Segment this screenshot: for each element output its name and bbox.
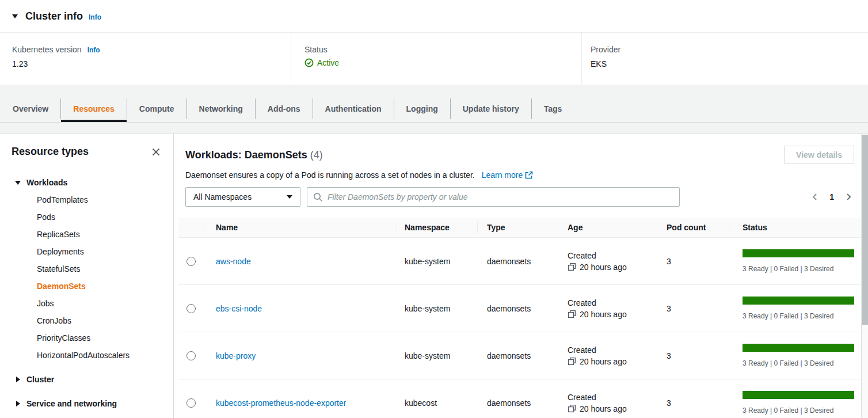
daemonsets-main: Workloads: DaemonSets(4) View details Da… <box>174 134 868 418</box>
copy-icon <box>568 357 576 366</box>
tab-logging[interactable]: Logging <box>394 96 450 122</box>
tab-overview[interactable]: Overview <box>1 96 60 122</box>
cell-status: 3 Ready | 0 Failed | 3 Desired <box>729 238 861 284</box>
cluster-info-header: Cluster info Info <box>0 0 868 33</box>
row-select-cell <box>178 332 204 379</box>
chevron-down-icon <box>287 195 292 199</box>
cell-status: 3 Ready | 0 Failed | 3 Desired <box>729 285 861 332</box>
age-created-label: Created <box>568 393 596 402</box>
filter-daemonsets-input[interactable] <box>307 187 680 207</box>
tab-bar: OverviewResourcesComputeNetworkingAdd-on… <box>0 96 868 122</box>
sidebar-item-cronjobs[interactable]: CronJobs <box>12 312 162 329</box>
status-progress-bar <box>743 249 854 257</box>
tab-update-history[interactable]: Update history <box>451 96 531 122</box>
row-select-radio[interactable] <box>186 257 196 266</box>
close-icon <box>151 147 161 157</box>
status-summary-text: 3 Ready | 0 Failed | 3 Desired <box>743 359 854 367</box>
daemonset-name-link[interactable]: aws-node <box>216 257 251 266</box>
cell-namespace: kube-system <box>395 285 477 332</box>
sidebar-item-replicasets[interactable]: ReplicaSets <box>12 226 162 243</box>
daemonset-name-link[interactable]: kubecost-prometheus-node-exporter <box>216 398 346 408</box>
scrollbar-thumb[interactable] <box>862 135 868 325</box>
search-icon <box>313 192 323 202</box>
sidebar-section-cluster[interactable]: Cluster <box>12 371 162 388</box>
column-header-pod-count[interactable]: Pod count <box>657 218 729 237</box>
sidebar-item-daemonsets[interactable]: DaemonSets <box>12 278 162 295</box>
tab-authentication[interactable]: Authentication <box>313 96 394 122</box>
daemonset-name-link[interactable]: kube-proxy <box>216 351 256 360</box>
column-header-age[interactable]: Age <box>558 218 657 237</box>
learn-more-link[interactable]: Learn more <box>482 170 534 180</box>
column-header-status[interactable]: Status <box>729 218 861 237</box>
sidebar-item-jobs[interactable]: Jobs <box>12 295 162 312</box>
resource-types-tree: WorkloadsPodTemplatesPodsReplicaSetsDepl… <box>12 174 162 412</box>
learn-more-label: Learn more <box>482 170 523 180</box>
sidebar-item-horizontalpodautoscalers[interactable]: HorizontalPodAutoscalers <box>12 347 162 364</box>
view-details-button[interactable]: View details <box>784 146 854 164</box>
column-header-name[interactable]: Name <box>204 218 395 237</box>
next-page-button[interactable] <box>843 191 854 203</box>
cell-status: 3 Ready | 0 Failed | 3 Desired <box>729 379 861 418</box>
field-label-text: Provider <box>591 45 620 54</box>
status-summary-text: 3 Ready | 0 Failed | 3 Desired <box>743 312 854 320</box>
collapse-section-icon[interactable] <box>12 14 18 18</box>
row-select-radio[interactable] <box>186 304 196 313</box>
status-progress-bar <box>743 344 854 352</box>
field-label: Kubernetes versionInfo <box>12 45 291 54</box>
column-header-type[interactable]: Type <box>477 218 558 237</box>
sidebar-item-pods[interactable]: Pods <box>12 208 162 226</box>
sidebar-section-service-and-networking[interactable]: Service and networking <box>12 395 162 412</box>
sidebar-item-deployments[interactable]: Deployments <box>12 243 162 260</box>
sidebar-item-podtemplates[interactable]: PodTemplates <box>12 191 162 208</box>
column-header-selection <box>178 218 204 237</box>
cluster-info-info-link[interactable]: Info <box>89 13 101 21</box>
cell-pod-count: 3 <box>657 285 729 332</box>
cell-namespace: kubecost <box>395 379 477 418</box>
cell-type: daemonsets <box>477 238 558 284</box>
cell-name: aws-node <box>204 238 395 284</box>
field-kubernetes-version: Kubernetes versionInfo1.23 <box>0 33 291 84</box>
cell-type: daemonsets <box>477 285 558 332</box>
age-value-row: 20 hours ago <box>568 310 627 319</box>
sidebar-section-label: Workloads <box>26 178 67 187</box>
current-page-number[interactable]: 1 <box>828 192 835 202</box>
cell-pod-count: 3 <box>657 238 729 284</box>
status-summary-text: 3 Ready | 0 Failed | 3 Desired <box>743 406 854 415</box>
status-progress-bar <box>743 391 854 399</box>
sidebar-section-label: Service and networking <box>26 399 117 408</box>
daemonset-name-link[interactable]: ebs-csi-node <box>216 304 262 313</box>
cell-type: daemonsets <box>477 379 558 418</box>
triangle-right-icon <box>14 401 21 406</box>
status-value-text: Active <box>317 58 339 67</box>
page-title-count: (4) <box>310 149 323 161</box>
sidebar-item-priorityclasses[interactable]: PriorityClasses <box>12 329 162 347</box>
previous-page-button[interactable] <box>809 191 821 203</box>
daemonset-description: Daemonset ensures a copy of a Pod is run… <box>185 170 854 180</box>
row-select-cell <box>178 285 204 332</box>
cell-age: Created20 hours ago <box>558 379 657 418</box>
vertical-scrollbar[interactable] <box>861 134 868 418</box>
copy-icon <box>568 310 576 318</box>
age-value: 20 hours ago <box>580 357 627 366</box>
namespace-filter-select[interactable]: All Namespaces <box>185 187 300 207</box>
status-summary-text: 3 Ready | 0 Failed | 3 Desired <box>743 265 854 273</box>
cell-status: 3 Ready | 0 Failed | 3 Desired <box>729 332 861 379</box>
close-sidebar-button[interactable] <box>150 146 162 158</box>
sidebar-item-statefulsets[interactable]: StatefulSets <box>12 260 162 278</box>
chevron-left-icon <box>810 192 820 202</box>
cell-namespace: kube-system <box>395 332 477 379</box>
tab-tags[interactable]: Tags <box>532 96 574 122</box>
cluster-info-fields: Kubernetes versionInfo1.23StatusActivePr… <box>0 33 868 84</box>
tab-resources[interactable]: Resources <box>61 96 127 122</box>
daemonset-description-text: Daemonset ensures a copy of a Pod is run… <box>185 170 475 180</box>
tree-gap <box>12 388 162 395</box>
tab-compute[interactable]: Compute <box>127 96 186 122</box>
field-info-link[interactable]: Info <box>87 46 100 54</box>
cell-name: ebs-csi-node <box>204 285 395 332</box>
tab-networking[interactable]: Networking <box>187 96 255 122</box>
column-header-namespace[interactable]: Namespace <box>395 218 477 237</box>
row-select-radio[interactable] <box>186 398 196 408</box>
tab-add-ons[interactable]: Add-ons <box>256 96 313 122</box>
sidebar-section-workloads[interactable]: Workloads <box>12 174 162 191</box>
row-select-radio[interactable] <box>186 351 196 360</box>
